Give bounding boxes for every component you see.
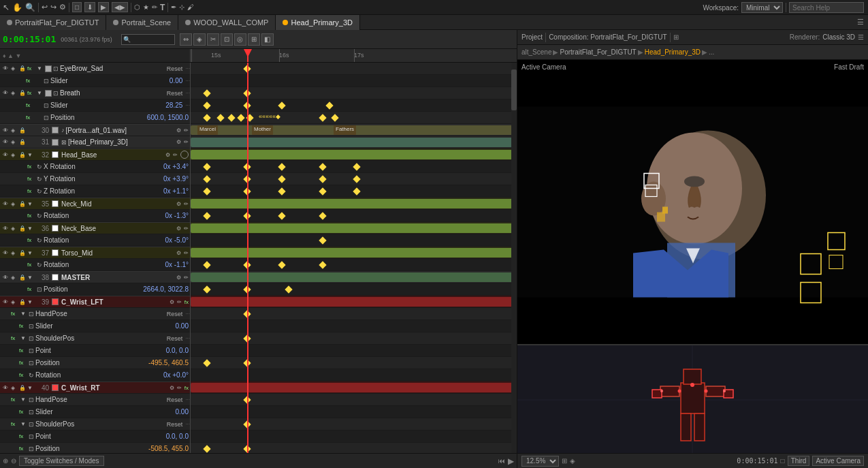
reset-btn[interactable]: Reset [167, 90, 183, 97]
prop-value[interactable]: 0.0, 0.0 [166, 433, 189, 440]
reset-btn[interactable]: Reset [167, 65, 183, 72]
preview-icon[interactable]: ◀▶ [112, 2, 128, 12]
delete-layer-icon[interactable]: ⊖ [11, 457, 16, 465]
tab-portrait-scene[interactable]: Portrait_Scene [106, 15, 178, 30]
play-icon[interactable]: ▶ [508, 456, 514, 466]
eye-icon[interactable]: 👁 [3, 65, 10, 72]
tab-portraitflat[interactable]: PortraitFlat_For_DIGTUT [0, 15, 106, 30]
prop-value[interactable]: 0.00 [176, 322, 189, 330]
align-icon[interactable]: ⇔ [180, 33, 192, 46]
cursor-tool-icon[interactable]: ↖ [3, 3, 10, 12]
toggle-switches-btn[interactable]: Toggle Switches / Modes [19, 456, 104, 466]
collapse-arrow[interactable]: ▼ [20, 421, 27, 427]
pen-icon[interactable]: ✒ [171, 3, 176, 11]
text-tool-icon[interactable]: T [160, 3, 165, 12]
zoom-tool-icon[interactable]: 🔍 [25, 3, 35, 12]
collapse-arrow[interactable]: ▼ [27, 225, 35, 232]
prop-value[interactable]: 0x -1.3° [165, 212, 189, 219]
prop-value[interactable]: 28.25 [165, 102, 182, 109]
lock-icon[interactable]: 🔒 [19, 65, 26, 72]
draft-icon[interactable]: ◧ [261, 33, 274, 46]
ruler-timebar[interactable]: 15s 16s 17s [191, 49, 517, 62]
solo-icon[interactable]: ◈ [11, 275, 18, 281]
lock-icon[interactable]: 🔒 [19, 152, 26, 158]
solo-icon[interactable]: ◈ [11, 225, 18, 232]
lock-icon[interactable]: 🔒 [19, 385, 26, 391]
settings-icon[interactable]: ⚙ [59, 3, 66, 12]
frame-blend-icon[interactable]: ⊞ [248, 33, 260, 46]
motion-blur-icon[interactable]: ◎ [234, 33, 246, 46]
breadcrumb-more[interactable]: ... [709, 48, 714, 56]
redo-icon[interactable]: ↪ [50, 3, 57, 12]
prop-value-xrot[interactable]: 0x +3.4° [163, 163, 189, 170]
hand-tool-icon[interactable]: ✋ [12, 3, 22, 12]
lock-icon[interactable]: 🔒 [19, 250, 26, 256]
collapse-arrow[interactable]: ▼ [27, 201, 35, 207]
view-select[interactable]: Third [788, 456, 810, 466]
prop-value[interactable]: 600.0, 1500.0 [147, 114, 189, 121]
collapse-arrow[interactable]: ▼ [27, 385, 35, 391]
eye-icon[interactable]: 👁 [3, 275, 10, 281]
solo-icon[interactable]: ◈ [11, 127, 18, 134]
lock-icon[interactable]: 🔒 [19, 127, 26, 134]
solo-icon[interactable]: ◈ [11, 201, 18, 207]
lock-icon[interactable]: 🔒 [19, 225, 26, 232]
eye-icon[interactable]: 👁 [3, 90, 10, 96]
eye-icon[interactable]: 👁 [3, 139, 10, 145]
collapse-arrow[interactable]: ▼ [27, 299, 35, 305]
collapse-arrow[interactable]: ▼ [37, 65, 44, 72]
fit-icon[interactable]: ⊞ [562, 457, 567, 465]
breadcrumb-3[interactable]: Head_Primary_3D [645, 48, 701, 56]
eye-icon[interactable]: 👁 [3, 299, 10, 305]
collapse-arrow[interactable]: ▼ [20, 396, 27, 403]
solo-icon[interactable]: ◈ [11, 250, 18, 256]
settings-btn[interactable]: ☰ [858, 33, 864, 41]
eye-icon[interactable]: 👁 [3, 385, 10, 391]
search-help-input[interactable] [789, 2, 864, 13]
solo-icon[interactable]: ◈ [11, 385, 18, 391]
solo-icon[interactable]: ◈ [193, 33, 206, 46]
collapse-arrow[interactable]: ▼ [20, 335, 27, 341]
cam-select[interactable]: Active Camera [812, 456, 864, 466]
import-icon[interactable]: ⬇ [84, 2, 95, 12]
magnification-select[interactable]: 12.5% [521, 456, 559, 467]
reset-btn[interactable]: Reset [167, 311, 183, 317]
prop-value[interactable]: -508.5, 455.0 [148, 445, 189, 452]
workspace-select[interactable]: Minimal [741, 2, 783, 13]
breadcrumb-2[interactable]: PortraitFlat_For_DIGTUT [560, 48, 636, 56]
prop-value[interactable]: 0x -5.0° [165, 236, 189, 244]
prop-value[interactable]: 0x -1.1° [165, 261, 189, 268]
lock-icon[interactable]: 🔒 [19, 139, 26, 145]
prop-value[interactable]: 0.00 [176, 408, 189, 416]
expand-icon[interactable]: ⊞ [673, 33, 679, 41]
solo-icon[interactable]: ◈ [11, 65, 18, 72]
lock-icon[interactable]: 🔒 [19, 201, 26, 207]
camera-preview-icon[interactable]: □ [781, 457, 785, 465]
tab-wood-wall[interactable]: WOOD_WALL_COMP [178, 15, 276, 30]
render-icon[interactable]: ▶ [98, 2, 109, 12]
prop-value-yrot[interactable]: 0x +3.9° [163, 175, 189, 183]
solo-icon[interactable]: ◈ [11, 139, 18, 145]
undo-icon[interactable]: ↩ [42, 3, 48, 12]
collapse-arrow[interactable]: ▼ [27, 152, 35, 158]
breadcrumb-1[interactable]: alt_Scene [521, 48, 551, 56]
solo-icon[interactable]: ◈ [11, 90, 18, 96]
solo-icon[interactable]: ◈ [11, 152, 18, 158]
reset-btn[interactable]: Reset [167, 421, 183, 428]
lock-icon[interactable]: 🔒 [19, 299, 26, 305]
lock-icon[interactable]: 🔒 [19, 90, 26, 96]
timeline-scrollbar[interactable] [511, 63, 517, 453]
prop-value[interactable]: 0.00 [170, 77, 182, 84]
new-comp-icon[interactable]: □ [72, 2, 82, 12]
eye-icon[interactable]: 👁 [3, 201, 10, 207]
eye-icon[interactable]: 👁 [3, 225, 10, 232]
skip-start-icon[interactable]: ⏮ [498, 457, 505, 465]
prop-value[interactable]: 0x +0.0° [163, 371, 189, 379]
trim-icon[interactable]: ✂ [207, 33, 219, 46]
prop-value[interactable]: 0.0, 0.0 [166, 347, 189, 354]
paint-icon[interactable]: 🖌 [187, 3, 194, 11]
collapse-arrow[interactable]: ▼ [27, 275, 35, 281]
prop-value[interactable]: -495.5, 460.5 [148, 359, 189, 366]
prop-value-zrot[interactable]: 0x +1.1° [163, 187, 189, 195]
collapse-arrow[interactable]: ▼ [20, 311, 27, 317]
